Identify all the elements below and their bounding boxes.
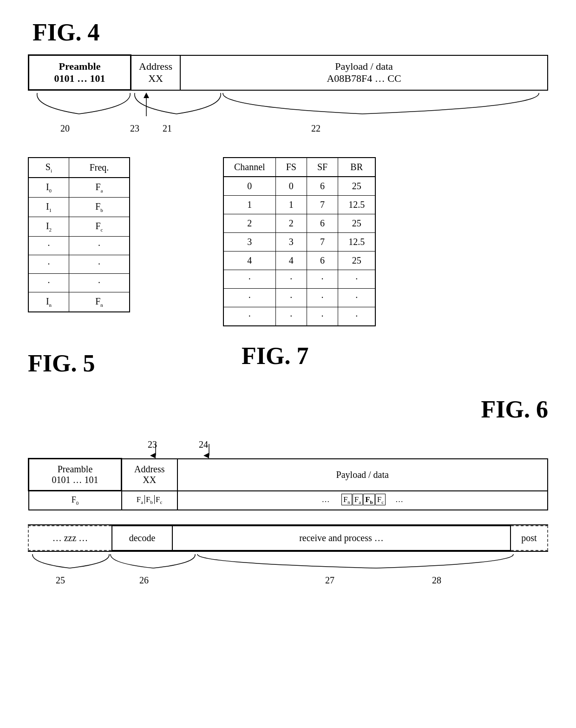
fig5-f0: Fa	[69, 178, 130, 198]
ref-20: 20	[60, 123, 70, 134]
fig5-fn: Fn	[69, 292, 130, 312]
fig7-fs4: 4	[275, 251, 307, 270]
ref-27: 27	[325, 575, 334, 586]
ref-28: 28	[432, 575, 441, 586]
address-value: XX	[139, 73, 172, 85]
fig4-refs: 20 23 21 22	[28, 123, 548, 134]
fig7-dot1-ch: ·	[223, 270, 275, 289]
fig7-dot1-sf: ·	[307, 270, 338, 289]
fig6-post-cell: post	[511, 526, 548, 550]
payload-label: Payload / data	[188, 60, 540, 73]
fig7-row-3: 3 3 7 12.5	[223, 233, 375, 251]
fig6-address-value: XX	[127, 475, 172, 485]
fig7-dot3: · · · ·	[223, 307, 375, 326]
fig5-row-2: I2 Fc	[28, 217, 130, 237]
fig6-fa2-cell: Fa	[353, 494, 363, 505]
fig6-fa: Fa	[137, 495, 145, 504]
fig6-f0-cell: F0	[29, 491, 122, 510]
fig6-bottom-svg	[28, 552, 548, 575]
address-label: Address	[139, 60, 172, 73]
fig6-zzz-cell: … zzz …	[28, 526, 112, 550]
fig7-col-channel: Channel	[223, 158, 275, 177]
fig5-col-freq: Freq.	[69, 158, 130, 178]
fig5-dot2: · ·	[28, 255, 130, 274]
fig7-dot3-ch: ·	[223, 307, 275, 326]
fig5-sn: In	[28, 292, 69, 312]
fig7-ch1: 1	[223, 196, 275, 214]
fig6-process-table: … zzz … decode receive and process … pos…	[28, 525, 548, 551]
fig7-row-1: 1 1 7 12.5	[223, 196, 375, 214]
fig7-table: Channel FS SF BR 0 0 6 25 1 1	[223, 157, 376, 326]
fig6-ptr-23: 23	[148, 439, 157, 450]
fig7-sf2: 6	[307, 214, 338, 233]
fig5-dot2-f: ·	[69, 255, 130, 274]
fig5-dot3-f: ·	[69, 274, 130, 292]
fig7-fs0: 0	[275, 177, 307, 196]
fig4-arrows-svg	[28, 91, 548, 123]
fig6-ellipsis-fn-cell: … FnFaFbFc …	[177, 491, 548, 510]
fig6-fn-cell: Fn	[341, 494, 352, 505]
fig5-dot2-s: ·	[28, 255, 69, 274]
fig7-dot2-br: ·	[338, 289, 376, 307]
fig6-f0-sub: 0	[76, 500, 79, 506]
fig7-dot1-br: ·	[338, 270, 376, 289]
fig7-dot1-fs: ·	[275, 270, 307, 289]
fig5-dot3: · ·	[28, 274, 130, 292]
fig6-preamble-label: Preamble	[36, 464, 114, 475]
preamble-value: 0101 … 101	[37, 73, 123, 85]
fig6-fc: Fc	[155, 495, 162, 504]
ref-21: 21	[163, 123, 172, 134]
fig6-freq-row: F0 FaFbFc … FnFaFbFc …	[29, 491, 548, 510]
fig6-refs: 25 26 27 28	[28, 575, 548, 586]
ref-26: 26	[139, 575, 149, 586]
fig4-payload-cell: Payload / data A08B78F4 … CC	[180, 55, 548, 90]
fig7-dot1: · · · ·	[223, 270, 375, 289]
fig6-fabc-cell: FaFbFc	[122, 491, 177, 510]
fig6-ellipsis1: …	[321, 495, 329, 504]
fig5-s2: I2	[28, 217, 69, 237]
fig7-sf0: 6	[307, 177, 338, 196]
ref-25: 25	[56, 575, 65, 586]
payload-value: A08B78F4 … CC	[188, 73, 540, 85]
fig4-packet-table: Preamble 0101 … 101 Address XX Payload /…	[28, 54, 548, 91]
fig5-f1: Fb	[69, 198, 130, 217]
fig7-br2: 25	[338, 214, 376, 233]
fig57-labels-row: FIG. 5 FIG. 7	[28, 336, 548, 377]
fig6-ptr-labels: 23 24	[28, 439, 208, 450]
fig7-ch4: 4	[223, 251, 275, 270]
fig6-title: FIG. 6	[481, 396, 548, 423]
fig7-ch2: 2	[223, 214, 275, 233]
fig7-fs2: 2	[275, 214, 307, 233]
fig6-fc2-cell: Fc	[375, 494, 386, 505]
fig7-ch3: 3	[223, 233, 275, 251]
fig7-row-4: 4 4 6 25	[223, 251, 375, 270]
fig7-row-0: 0 0 6 25	[223, 177, 375, 196]
fig6-preamble-cell: Preamble 0101 … 101	[29, 459, 122, 491]
fig7-sf3: 7	[307, 233, 338, 251]
fig7-col-br: BR	[338, 158, 376, 177]
fig7-col-sf: SF	[307, 158, 338, 177]
fig7-fs1: 1	[275, 196, 307, 214]
fig6-ptr-24: 24	[199, 439, 208, 450]
fig7-br0: 25	[338, 177, 376, 196]
fig7-dot2-ch: ·	[223, 289, 275, 307]
fig7-dot2: · · · ·	[223, 289, 375, 307]
fig5-row-1: I1 Fb	[28, 198, 130, 217]
fig5-row-0: I0 Fa	[28, 178, 130, 198]
fig7-row-2: 2 2 6 25	[223, 214, 375, 233]
fig7-br4: 25	[338, 251, 376, 270]
fig5-title: FIG. 5	[28, 350, 167, 377]
fig7-dot3-fs: ·	[275, 307, 307, 326]
fig6-payload-cell: Payload / data	[177, 459, 548, 491]
fig7-br1: 12.5	[338, 196, 376, 214]
ref-23: 23	[130, 123, 139, 134]
fig5-f2: Fc	[69, 217, 130, 237]
fig7-col-fs: FS	[275, 158, 307, 177]
fig7-br3: 12.5	[338, 233, 376, 251]
fig5-s1: I1	[28, 198, 69, 217]
fig6-fb2-cell: Fb	[363, 494, 375, 505]
fig7-dot3-sf: ·	[307, 307, 338, 326]
fig7-area: Channel FS SF BR 0 0 6 25 1 1	[223, 157, 376, 326]
fig6-packet-table: Preamble 0101 … 101 Address XX Payload /…	[28, 458, 548, 510]
fig7-dot2-fs: ·	[275, 289, 307, 307]
